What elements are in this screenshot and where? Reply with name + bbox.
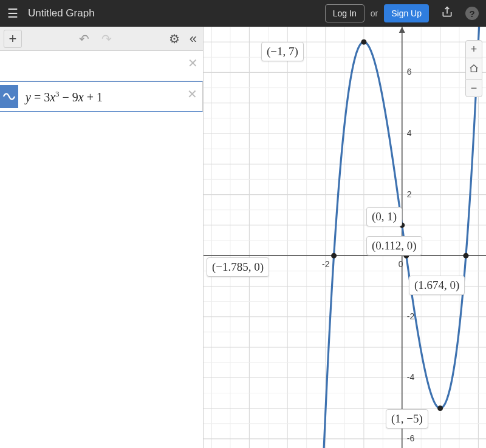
- point-label: (0.112, 0): [366, 236, 422, 256]
- close-icon[interactable]: ✕: [187, 87, 197, 101]
- sidebar-toolbar: + ↶ ↷ ⚙ «: [0, 27, 203, 51]
- point-label: (1.674, 0): [409, 276, 465, 295]
- point-label: (−1.785, 0): [207, 257, 269, 277]
- expression-row[interactable]: y = 3x3 − 9x + 1 ✕: [0, 81, 203, 112]
- data-point[interactable]: [463, 253, 468, 259]
- data-point[interactable]: [361, 39, 366, 45]
- menu-icon[interactable]: ☰: [7, 6, 18, 21]
- y-tick-label: 6: [407, 67, 412, 76]
- add-expression-button[interactable]: +: [4, 30, 22, 48]
- main: + ↶ ↷ ⚙ « ✕ y = 3x3 − 9x + 1 ✕: [0, 27, 486, 448]
- graph-area[interactable]: -4-20-6-4-2246 (−1.785, 0)(−1, 7)(0, 1)(…: [204, 27, 486, 448]
- x-tick-label: -2: [322, 259, 329, 269]
- help-icon[interactable]: ?: [465, 7, 479, 20]
- redo-icon[interactable]: ↷: [101, 32, 112, 46]
- function-icon: [0, 85, 18, 108]
- x-tick-label: 0: [399, 259, 403, 269]
- or-text: or: [371, 8, 378, 18]
- zoom-in-button[interactable]: +: [465, 40, 482, 58]
- point-label: (0, 1): [366, 207, 402, 226]
- undo-icon[interactable]: ↶: [79, 32, 89, 46]
- y-tick-label: -6: [407, 433, 414, 443]
- y-tick-label: 4: [407, 128, 412, 138]
- data-point[interactable]: [437, 406, 443, 411]
- login-button[interactable]: Log In: [325, 4, 364, 22]
- page-title: Untitled Graph: [28, 7, 319, 19]
- sidebar: + ↶ ↷ ⚙ « ✕ y = 3x3 − 9x + 1 ✕: [0, 27, 204, 448]
- graph-canvas[interactable]: [204, 27, 486, 448]
- y-tick-label: 2: [407, 189, 412, 199]
- gear-icon[interactable]: ⚙: [169, 32, 180, 46]
- close-icon[interactable]: ✕: [188, 56, 198, 70]
- y-tick-label: -4: [407, 372, 414, 382]
- header: ☰ Untitled Graph Log In or Sign Up ?: [0, 0, 486, 27]
- y-tick-label: -2: [407, 311, 414, 321]
- zoom-out-button[interactable]: −: [465, 79, 482, 97]
- expression-text[interactable]: y = 3x3 − 9x + 1: [26, 89, 103, 104]
- zoom-home-button[interactable]: [465, 58, 482, 79]
- collapse-icon[interactable]: «: [190, 31, 197, 47]
- expression-row[interactable]: ✕: [0, 51, 203, 81]
- svg-marker-45: [399, 27, 405, 33]
- point-label: (1, −5): [386, 409, 428, 429]
- data-point[interactable]: [331, 253, 337, 259]
- point-label: (−1, 7): [261, 42, 304, 61]
- signup-button[interactable]: Sign Up: [384, 4, 429, 22]
- zoom-controls: + −: [465, 40, 482, 97]
- expression-list: ✕ y = 3x3 − 9x + 1 ✕: [0, 51, 203, 112]
- share-icon[interactable]: [441, 6, 453, 21]
